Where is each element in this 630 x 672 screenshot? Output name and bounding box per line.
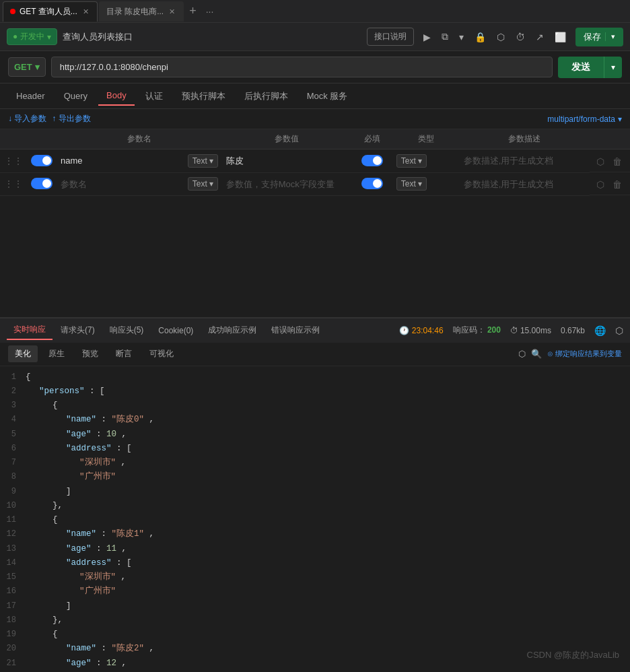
tab-close-1[interactable]: ✕ [81, 7, 90, 17]
send-arrow-button[interactable]: ▾ [604, 57, 622, 78]
resp-view-assert[interactable]: 断言 [109, 345, 139, 362]
export-params-button[interactable]: ↑ 导出参数 [52, 113, 90, 125]
resp-tab-resp-headers[interactable]: 响应头(5) [103, 321, 151, 339]
row1-enable-toggle[interactable] [31, 155, 53, 166]
tab-new-button[interactable]: + [185, 4, 201, 18]
method-label: GET [14, 62, 32, 72]
col-required: 必填 [352, 129, 392, 149]
row1-type-badge[interactable]: Text ▾ [396, 154, 427, 168]
response-duration: ⏱ 15.00ms [510, 326, 551, 335]
row2-copy-icon[interactable]: ⬡ [594, 178, 607, 191]
tab-mock[interactable]: Mock 服务 [299, 86, 356, 106]
url-input[interactable] [51, 57, 553, 77]
tab-body[interactable]: Body [98, 86, 135, 106]
col-toggle [27, 129, 57, 149]
row2-value-input[interactable] [226, 179, 348, 189]
row1-delete-icon[interactable]: 🗑 [610, 155, 625, 168]
search-icon[interactable]: 🔍 [531, 349, 542, 359]
tab-more-button[interactable]: ··· [202, 6, 218, 17]
import-params-button[interactable]: ↓ 导入参数 [8, 113, 46, 125]
resp-view-beautify[interactable]: 美化 [8, 345, 38, 362]
resp-tab-cookie[interactable]: Cookie(0) [151, 323, 200, 339]
col-type: 类型 [392, 129, 460, 149]
resp-tab-success-example[interactable]: 成功响应示例 [201, 321, 263, 339]
col-actions [590, 129, 630, 149]
resp-view-preview[interactable]: 预览 [75, 345, 105, 362]
table-row: ⋮⋮ Text ▾ [0, 172, 630, 195]
row2-name-input[interactable] [61, 179, 185, 189]
drag-handle-icon[interactable]: ⋮⋮ [4, 178, 23, 189]
doc-button[interactable]: 接口说明 [367, 28, 414, 46]
json-line: 13 "age" : 11 , [0, 542, 630, 556]
resp-toolbar-right: ⬡ 🔍 ⊙ 绑定响应结果到变量 [518, 349, 622, 359]
params-header: ↓ 导入参数 ↑ 导出参数 multipart/form-data ▾ [0, 109, 630, 129]
row1-value-input[interactable] [226, 156, 348, 166]
toggle-knob [373, 179, 382, 188]
response-size: 0.67kb [561, 326, 585, 335]
response-meta: 🕐 23:04:46 响应码： 200 ⏱ 15.00ms 0.67kb 🌐 ⬡ [399, 325, 623, 336]
duplicate-icon[interactable]: ⬡ [493, 29, 509, 45]
row1-required-toggle[interactable] [361, 155, 383, 166]
row1-desc-input[interactable] [464, 156, 586, 166]
toggle-knob [373, 156, 382, 165]
method-select[interactable]: GET ▾ [8, 57, 46, 77]
toggle-knob [42, 156, 51, 165]
tab-label-1: GET 查询人员... [20, 6, 77, 18]
save-arrow-icon[interactable]: ▾ [605, 32, 615, 41]
copy-icon[interactable]: ⧉ [438, 28, 452, 45]
tab-header[interactable]: Header [8, 87, 53, 105]
tab-close-2[interactable]: ✕ [168, 7, 176, 17]
col-param-name: 参数名 [57, 129, 222, 149]
row1-copy-icon[interactable]: ⬡ [594, 155, 607, 168]
resp-view-visual[interactable]: 可视化 [143, 345, 180, 362]
chevron-down-icon[interactable]: ▾ [455, 29, 468, 45]
lock-icon[interactable]: 🔒 [470, 29, 490, 45]
resp-tab-live[interactable]: 实时响应 [7, 321, 53, 340]
row2-desc-input[interactable] [464, 179, 586, 189]
bind-result-button[interactable]: ⊙ 绑定响应结果到变量 [547, 349, 622, 359]
row2-enable-toggle[interactable] [31, 178, 53, 189]
tab-directory[interactable]: 目录 陈皮电商... ✕ [99, 1, 184, 22]
row2-required-toggle[interactable] [361, 178, 383, 189]
json-line: 3 { [0, 399, 630, 413]
col-description: 参数描述 [460, 129, 590, 149]
response-time: 🕐 23:04:46 [399, 326, 444, 335]
json-line: 11 { [0, 513, 630, 527]
timer-icon[interactable]: ⏱ [512, 29, 529, 45]
tab-dot-red [10, 9, 15, 14]
tab-query[interactable]: Query [56, 87, 96, 105]
row2-type-badge[interactable]: Text ▾ [396, 177, 427, 191]
copy-icon[interactable]: ⬡ [615, 325, 623, 336]
resp-tab-req-headers[interactable]: 请求头(7) [54, 321, 102, 339]
row2-delete-icon[interactable]: 🗑 [610, 178, 625, 191]
response-tabs: 实时响应 请求头(7) 响应头(5) Cookie(0) 成功响应示例 错误响应… [0, 317, 630, 343]
body-spacer [0, 196, 630, 317]
env-selector[interactable]: ● 开发中 ▾ [7, 28, 57, 45]
share-icon[interactable]: ↗ [532, 29, 548, 45]
tab-pre-script[interactable]: 预执行脚本 [174, 86, 234, 106]
tab-auth[interactable]: 认证 [137, 86, 171, 106]
drag-handle-icon[interactable]: ⋮⋮ [4, 156, 23, 166]
window-icon[interactable]: ⬜ [551, 29, 570, 45]
col-param-value: 参数值 [222, 129, 352, 149]
tab-post-script[interactable]: 后执行脚本 [236, 86, 296, 106]
play-icon[interactable]: ▶ [419, 29, 435, 45]
toggle-knob [42, 179, 51, 188]
json-line: 8 "广州市" [0, 470, 630, 484]
send-group: 发送 ▾ [558, 57, 622, 78]
save-button[interactable]: 保存 ▾ [575, 28, 623, 46]
json-line: 7 "深圳市" , [0, 456, 630, 470]
row1-name-type[interactable]: Text ▾ [188, 154, 218, 168]
tab-get-query[interactable]: GET 查询人员... ✕ [3, 1, 98, 22]
api-title: 查询人员列表接口 [63, 31, 361, 43]
copy-response-icon[interactable]: ⬡ [518, 349, 526, 359]
json-line: 18 }, [0, 613, 630, 628]
resp-view-raw[interactable]: 原生 [42, 345, 71, 362]
row1-name-input[interactable] [61, 156, 185, 166]
resp-tab-error-example[interactable]: 错误响应示例 [265, 321, 326, 339]
row2-name-type[interactable]: Text ▾ [188, 177, 218, 191]
tab-bar: GET 查询人员... ✕ 目录 陈皮电商... ✕ + ··· [0, 0, 630, 23]
globe-icon: 🌐 [594, 325, 606, 336]
multipart-selector[interactable]: multipart/form-data ▾ [547, 114, 622, 124]
send-button[interactable]: 发送 [558, 57, 604, 78]
